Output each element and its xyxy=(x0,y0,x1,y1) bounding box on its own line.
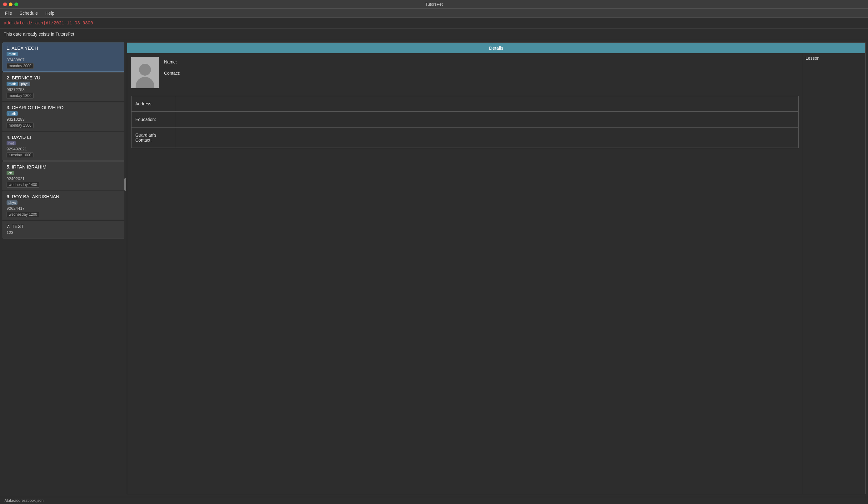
guardian-contact-label: Guardian'sContact: xyxy=(131,127,175,148)
command-bar: add-date d/math|dt/2021-11-03 0800 xyxy=(0,18,868,29)
info-grid: Address: Education: Guardian'sContact: xyxy=(131,96,799,148)
student-item[interactable]: 5. IRFAN IBRAHIMcn92492021wednesday 1400 xyxy=(2,161,124,190)
tag-math: math xyxy=(7,52,18,56)
title-bar: TutorsPet xyxy=(0,0,868,9)
address-value xyxy=(175,96,799,112)
student-name: 2. BERNICE YU xyxy=(7,75,120,80)
avatar-body xyxy=(136,77,154,88)
tag-phys: phys xyxy=(19,82,30,86)
avatar xyxy=(131,57,159,88)
main-content: 1. ALEX YEOHmath87438807monday 20002. BE… xyxy=(0,40,868,497)
student-phone: 99272758 xyxy=(7,87,120,92)
scroll-thumb[interactable] xyxy=(124,178,126,191)
tag-math: math xyxy=(7,82,18,86)
tag-phys: phys xyxy=(7,200,18,205)
guardian-contact-value xyxy=(175,127,799,148)
details-header: Details xyxy=(127,43,865,53)
student-item[interactable]: 1. ALEX YEOHmath87438807monday 2000 xyxy=(2,42,124,72)
student-item[interactable]: 3. CHARLOTTE OLIVEIROmath93210283monday … xyxy=(2,102,124,131)
student-item[interactable]: 7. TEST123 xyxy=(2,221,124,239)
student-phone: 92624417 xyxy=(7,206,120,211)
menu-help[interactable]: Help xyxy=(44,10,55,16)
status-message: This date already exists in TutorsPet xyxy=(0,29,868,40)
student-name: 3. CHARLOTTE OLIVEIRO xyxy=(7,105,120,110)
lesson-header: Lesson xyxy=(806,56,863,61)
tag-hist: hist xyxy=(7,141,16,145)
student-tags: math xyxy=(7,111,120,116)
menu-file[interactable]: File xyxy=(4,10,13,16)
details-panel: Details Name: Contact: Address: xyxy=(127,42,866,494)
tag-cn: cn xyxy=(7,171,14,175)
details-left: Name: Contact: Address: Education: Guard… xyxy=(127,53,803,494)
student-list-wrapper: 1. ALEX YEOHmath87438807monday 20002. BE… xyxy=(2,42,124,494)
student-item[interactable]: 2. BERNICE YUmathphys99272758monday 1800 xyxy=(2,72,124,101)
student-tags: hist xyxy=(7,141,120,145)
tag-math: math xyxy=(7,111,18,116)
student-schedule: monday 1500 xyxy=(7,123,34,128)
student-name: 6. ROY BALAKRISHNAN xyxy=(7,194,120,199)
student-tags: phys xyxy=(7,200,120,205)
student-phone: 93210283 xyxy=(7,117,120,122)
profile-section: Name: Contact: xyxy=(131,57,799,88)
student-phone: 87438807 xyxy=(7,58,120,62)
student-schedule: wednesday 1400 xyxy=(7,182,39,188)
student-name: 7. TEST xyxy=(7,223,120,229)
student-name: 5. IRFAN IBRAHIM xyxy=(7,164,120,170)
avatar-circle xyxy=(139,64,151,75)
student-item[interactable]: 6. ROY BALAKRISHNANphys92624417wednesday… xyxy=(2,191,124,220)
name-label: Name: xyxy=(164,59,180,64)
student-schedule: wednesday 1200 xyxy=(7,212,39,217)
status-message-text: This date already exists in TutorsPet xyxy=(4,32,74,37)
student-phone: 123 xyxy=(7,230,120,235)
status-bar: ./data/addressbook.json xyxy=(0,497,868,504)
student-tags: math xyxy=(7,52,120,56)
address-label: Address: xyxy=(131,96,175,112)
student-schedule: monday 1800 xyxy=(7,93,34,99)
details-right: Lesson xyxy=(803,53,865,494)
traffic-lights xyxy=(3,2,18,6)
contact-label: Contact: xyxy=(164,71,180,75)
window-title: TutorsPet xyxy=(425,2,443,7)
student-tags: mathphys xyxy=(7,82,120,86)
student-name: 1. ALEX YEOH xyxy=(7,46,120,51)
student-item[interactable]: 4. DAVID LIhist929492021tuesday 1000 xyxy=(2,132,124,161)
close-button[interactable] xyxy=(3,2,7,6)
maximize-button[interactable] xyxy=(14,2,18,6)
name-contact: Name: Contact: xyxy=(164,57,180,75)
command-text: add-date d/math|dt/2021-11-03 0800 xyxy=(4,21,93,26)
student-tags: cn xyxy=(7,171,120,175)
student-phone: 92492021 xyxy=(7,177,120,181)
minimize-button[interactable] xyxy=(9,2,12,6)
student-phone: 929492021 xyxy=(7,147,120,151)
student-schedule: tuesday 1000 xyxy=(7,152,33,158)
student-name: 4. DAVID LI xyxy=(7,134,120,140)
education-value xyxy=(175,112,799,127)
details-body: Name: Contact: Address: Education: Guard… xyxy=(127,53,865,494)
menu-schedule[interactable]: Schedule xyxy=(19,10,39,16)
student-schedule: monday 2000 xyxy=(7,63,34,69)
student-list: 1. ALEX YEOHmath87438807monday 20002. BE… xyxy=(2,42,124,494)
menu-bar: File Schedule Help xyxy=(0,9,868,18)
status-path: ./data/addressbook.json xyxy=(4,498,43,503)
education-label: Education: xyxy=(131,112,175,127)
